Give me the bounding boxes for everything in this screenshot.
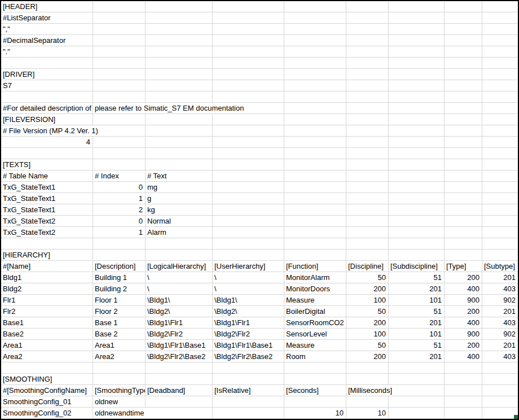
cell[interactable] <box>93 238 146 250</box>
cell[interactable] <box>284 137 346 148</box>
cell[interactable] <box>284 170 346 182</box>
cell[interactable] <box>389 137 445 148</box>
cell[interactable]: [HIERARCHY] <box>1 250 93 261</box>
cell[interactable] <box>284 396 346 408</box>
cell[interactable] <box>389 114 445 125</box>
cell[interactable]: Flr1 <box>1 295 93 306</box>
cell[interactable] <box>346 91 389 103</box>
cell[interactable] <box>346 193 389 204</box>
cell[interactable] <box>445 58 482 69</box>
cell[interactable]: 200 <box>445 340 482 351</box>
cell[interactable]: 403 <box>482 283 518 295</box>
cell[interactable]: #[SmoothingConfigName] <box>1 385 93 396</box>
cell[interactable] <box>284 114 346 125</box>
cell[interactable]: \Bldg2\Flr2\Base2 <box>146 351 213 362</box>
cell[interactable] <box>482 46 518 58</box>
cell[interactable] <box>284 238 346 250</box>
cell[interactable]: \Bldg1\ <box>146 295 213 306</box>
cell[interactable] <box>284 227 346 238</box>
cell[interactable] <box>213 24 284 35</box>
cell[interactable]: 201 <box>482 306 518 317</box>
cell[interactable] <box>389 396 445 408</box>
cell[interactable]: Normal <box>146 216 213 227</box>
cell[interactable] <box>445 408 482 419</box>
cell[interactable]: SensorLevel <box>284 329 346 340</box>
cell[interactable] <box>284 58 346 69</box>
cell[interactable] <box>284 24 346 35</box>
cell[interactable]: [UserHierarchy] <box>213 261 284 272</box>
cell[interactable]: Area2 <box>93 351 146 362</box>
cell[interactable] <box>284 182 346 193</box>
cell[interactable] <box>146 114 213 125</box>
cell[interactable]: [TEXTS] <box>1 159 93 170</box>
cell[interactable] <box>445 227 482 238</box>
cell[interactable]: Flr2 <box>1 306 93 317</box>
cell[interactable]: mg <box>146 182 213 193</box>
cell[interactable] <box>93 1 146 12</box>
cell[interactable] <box>482 91 518 103</box>
cell[interactable]: 200 <box>346 351 389 362</box>
cell[interactable]: 0 <box>93 182 146 193</box>
cell[interactable]: [Description] <box>93 261 146 272</box>
cell[interactable]: Room <box>284 351 346 362</box>
cell[interactable] <box>93 362 146 374</box>
cell[interactable] <box>389 216 445 227</box>
cell[interactable]: \Bldg2\Flr2\Base2 <box>213 351 284 362</box>
cell[interactable]: # Index <box>93 170 146 182</box>
cell[interactable] <box>346 69 389 80</box>
cell[interactable]: 50 <box>346 272 389 283</box>
cell[interactable]: Floor 2 <box>93 306 146 317</box>
cell[interactable] <box>213 374 284 385</box>
cell[interactable] <box>346 204 389 216</box>
cell[interactable] <box>213 216 284 227</box>
cell[interactable] <box>389 193 445 204</box>
cell[interactable] <box>389 374 445 385</box>
cell[interactable] <box>482 148 518 159</box>
cell[interactable] <box>389 58 445 69</box>
cell[interactable]: Base 2 <box>93 329 146 340</box>
cell[interactable]: 101 <box>389 295 445 306</box>
cell[interactable]: Bldg2 <box>1 283 93 295</box>
cell[interactable] <box>284 374 346 385</box>
cell[interactable]: [Discipline] <box>346 261 389 272</box>
cell[interactable] <box>389 103 445 114</box>
cell[interactable] <box>346 125 389 137</box>
cell[interactable] <box>445 204 482 216</box>
cell[interactable] <box>146 238 213 250</box>
cell[interactable] <box>445 80 482 91</box>
cell[interactable]: \ <box>146 283 213 295</box>
cell[interactable]: 10 <box>284 408 346 419</box>
cell[interactable] <box>213 148 284 159</box>
cell[interactable] <box>213 408 284 419</box>
cell[interactable]: 2 <box>93 204 146 216</box>
cell[interactable]: [Function] <box>284 261 346 272</box>
cell[interactable] <box>213 204 284 216</box>
cell[interactable]: #ListSeparator <box>1 12 93 24</box>
cell[interactable]: [IsRelative] <box>213 385 284 396</box>
cell[interactable]: \Bldg2\ <box>146 306 213 317</box>
cell[interactable] <box>146 46 213 58</box>
cell[interactable] <box>1 238 93 250</box>
cell[interactable] <box>146 362 213 374</box>
cell[interactable] <box>213 227 284 238</box>
cell[interactable] <box>146 125 213 137</box>
cell[interactable] <box>284 46 346 58</box>
cell[interactable] <box>445 24 482 35</box>
cell[interactable] <box>445 91 482 103</box>
cell[interactable] <box>284 159 346 170</box>
cell[interactable] <box>445 125 482 137</box>
cell[interactable]: 900 <box>445 295 482 306</box>
cell[interactable] <box>482 374 518 385</box>
cell[interactable] <box>93 91 146 103</box>
cell[interactable]: [SMOOTHING] <box>1 374 93 385</box>
cell[interactable] <box>445 250 482 261</box>
cell[interactable]: [Milliseconds] <box>346 385 445 396</box>
cell[interactable]: 51 <box>389 306 445 317</box>
cell[interactable] <box>482 114 518 125</box>
cell[interactable] <box>482 1 518 12</box>
cell[interactable] <box>482 69 518 80</box>
cell[interactable]: [FILEVERSION] <box>1 114 93 125</box>
cell[interactable]: Alarm <box>146 227 213 238</box>
cell[interactable] <box>346 216 389 227</box>
cell[interactable] <box>213 193 284 204</box>
